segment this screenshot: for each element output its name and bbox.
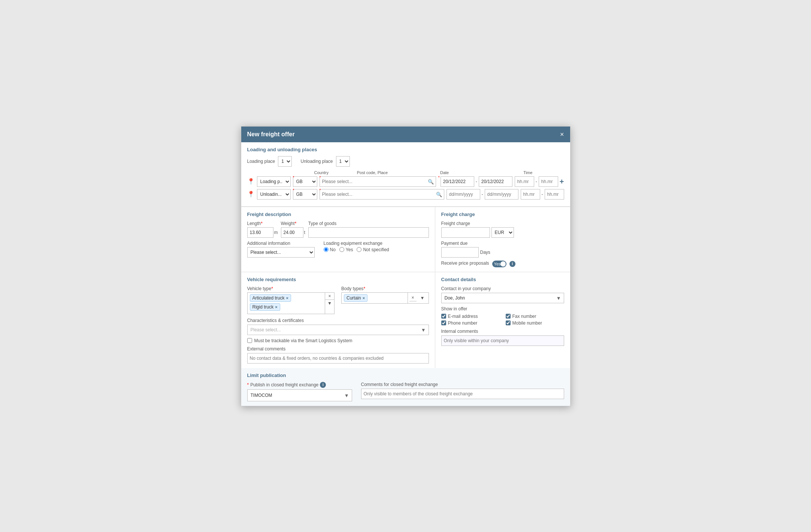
col-time: Time [523, 170, 564, 175]
unloading-location-icon: 📍 [247, 191, 255, 198]
toggle-yes-text: Yes [494, 262, 501, 266]
unloading-country-select[interactable]: GB [293, 189, 317, 200]
freight-charge-input[interactable] [441, 227, 490, 238]
freight-section: Freight description Length* m [241, 207, 570, 272]
goods-label: Type of goods [308, 221, 429, 226]
vehicle-clear-btn[interactable]: × [325, 293, 334, 300]
unloading-search-icon: 🔍 [436, 191, 442, 197]
characteristics-select[interactable]: Please select... [247, 325, 429, 335]
loading-section-title: Loading and unloading places [247, 147, 564, 152]
loading-row: 📍 Loading p... * GB * 🔍 * [247, 176, 564, 187]
currency-select[interactable]: EURUSDGBP [491, 227, 514, 238]
remove-articulated-btn[interactable]: × [286, 296, 288, 300]
loading-country-select[interactable]: GB [293, 176, 317, 187]
body-types-label: Body types* [341, 286, 429, 291]
modal-title: New freight offer [247, 131, 295, 138]
loading-date-to[interactable] [479, 176, 512, 187]
unloading-postcode-input[interactable] [320, 189, 444, 200]
days-unit: Days [480, 250, 490, 255]
radio-no[interactable]: No [324, 247, 336, 252]
body-types-box: Curtain × [342, 293, 408, 303]
body-dropdown-btn[interactable]: ▼ [418, 295, 427, 301]
freight-description-col: Freight description Length* m [241, 207, 435, 272]
loading-postcode-input[interactable] [320, 176, 436, 187]
show-mobile-checkbox[interactable] [506, 320, 511, 325]
unloading-date-to[interactable] [485, 189, 518, 200]
contact-select[interactable]: Doe, John [441, 293, 564, 303]
trackable-checkbox[interactable] [247, 338, 252, 343]
characteristics-wrap: Please select... ▼ [247, 325, 429, 335]
loading-time-from[interactable] [515, 176, 534, 187]
show-in-offer-grid: E-mail address Fax number Phone number M… [441, 314, 564, 326]
closed-comments-input[interactable] [361, 389, 564, 399]
vehicle-tag-articulated: Articulated truck × [250, 294, 291, 302]
body-clear-btn[interactable]: × [409, 294, 417, 301]
show-fax-checkbox[interactable] [506, 314, 511, 319]
show-phone-item: Phone number [441, 320, 500, 326]
publish-info-icon[interactable]: i [320, 382, 326, 388]
show-mobile-item: Mobile number [506, 320, 564, 326]
radio-not-specified[interactable]: Not specified [357, 247, 389, 252]
radio-yes[interactable]: Yes [339, 247, 353, 252]
col-date: Date [440, 170, 521, 175]
length-unit: m [274, 230, 278, 235]
contact-details-col: Contact details Contact in your company … [435, 272, 570, 368]
unloading-place-select[interactable]: 123 [336, 156, 350, 167]
show-in-offer-label: Show in offer [441, 306, 564, 311]
weight-unit: t [304, 230, 305, 235]
publish-select-wrap: TIMOCOM ▼ [247, 389, 352, 401]
new-freight-offer-modal: New freight offer × Loading and unloadin… [241, 126, 571, 406]
limit-publication-section: Limit publication * Publish in closed fr… [241, 368, 570, 406]
unloading-place-name-select[interactable]: Unloadin... [257, 189, 291, 200]
col-postcode: Post code, Place [357, 170, 438, 175]
limit-section-title: Limit publication [247, 373, 564, 378]
show-email-item: E-mail address [441, 314, 500, 319]
publish-label: * Publish in closed freight exchange i [247, 382, 352, 388]
external-comments-label: External comments [247, 346, 429, 352]
show-phone-checkbox[interactable] [441, 320, 446, 325]
remove-curtain-btn[interactable]: × [363, 296, 365, 300]
freight-charge-col: Freight charge Freight charge EURUSDGBP … [435, 207, 570, 272]
publish-select[interactable]: TIMOCOM [247, 389, 352, 401]
length-label: Length* [247, 221, 278, 226]
unloading-date-from[interactable] [447, 189, 480, 200]
closed-comments-label: Comments for closed freight exchange [361, 382, 564, 387]
additional-info-select[interactable]: Please select... [247, 247, 315, 258]
price-proposals-row: Receive price proposals Yes i [441, 261, 564, 267]
unloading-row: 📍 Unloadin... * GB * 🔍 - [247, 189, 564, 200]
vehicle-dropdown-btn[interactable]: ▼ [325, 300, 334, 307]
loading-time-to[interactable] [539, 176, 558, 187]
weight-input[interactable] [281, 227, 303, 238]
publish-left: * Publish in closed freight exchange i T… [247, 382, 352, 401]
unloading-time-to[interactable] [545, 189, 564, 200]
freight-desc-title: Freight description [247, 212, 429, 217]
add-time-button[interactable]: + [560, 178, 564, 185]
loading-date-from[interactable] [441, 176, 474, 187]
payment-due-label: Payment due [441, 241, 490, 246]
payment-days-input[interactable] [441, 247, 479, 258]
vehicle-type-controls: × ▼ [325, 293, 334, 314]
contact-label: Contact in your company [441, 286, 564, 291]
external-comments-input[interactable] [247, 353, 429, 364]
remove-rigid-btn[interactable]: × [275, 305, 277, 309]
limit-row: * Publish in closed freight exchange i T… [247, 382, 564, 401]
loading-place-select[interactable]: 123 [278, 156, 292, 167]
internal-comments-input[interactable] [441, 335, 564, 346]
close-button[interactable]: × [560, 131, 564, 138]
body-tag-curtain: Curtain × [344, 294, 367, 302]
contact-select-wrap: Doe, John ▼ [441, 293, 564, 303]
body-type-controls: × ▼ [408, 293, 429, 303]
length-input[interactable] [247, 227, 273, 238]
price-proposals-info-icon[interactable]: i [509, 261, 515, 267]
unloading-time-from[interactable] [521, 189, 540, 200]
loading-equipment-radio-group: No Yes Not specified [324, 247, 389, 252]
price-proposals-toggle[interactable]: Yes [492, 261, 506, 267]
vehicle-req-title: Vehicle requirements [247, 277, 429, 282]
show-phone-label: Phone number [448, 320, 478, 326]
contact-details-title: Contact details [441, 277, 564, 282]
price-proposals-label: Receive price proposals [441, 261, 489, 266]
goods-input[interactable] [308, 227, 429, 238]
toggle-knob [500, 261, 506, 267]
show-email-checkbox[interactable] [441, 314, 446, 319]
loading-place-name-select[interactable]: Loading p... [257, 176, 291, 187]
